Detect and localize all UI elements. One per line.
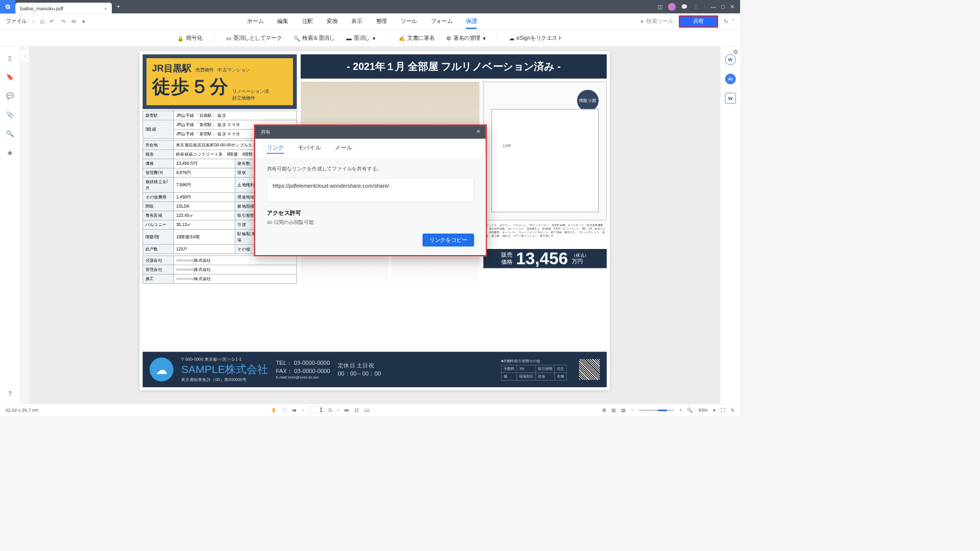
chevron-up-icon[interactable]: ˄ [732,18,734,24]
close-icon[interactable]: ✕ [476,129,480,136]
tab-view[interactable]: 表示 [351,18,362,25]
tab-title: baibai_maisoku.pdf [20,5,63,11]
share-dialog: 共有 ✕ リンク モバイル メール 共有可能なリンクを作成してファイルを共有する… [254,124,487,256]
tab-convert[interactable]: 変換 [327,18,337,25]
zoom-out-icon[interactable]: − [631,408,633,413]
view-mode-icon[interactable]: ▥ [611,408,616,413]
footer-card: ☁ 〒000-0000 東京都○○区○○1-1-1 SAMPLE株式会社 東京都… [142,352,606,387]
help-icon[interactable]: ? [8,391,12,398]
mail-icon[interactable]: ✉ [71,18,76,24]
station-banner: JR目黒駅 売買物件 中古マンション 徒歩５分 リノベーション済 好立地物件 [142,54,297,109]
print-icon[interactable]: ⎙ [40,18,43,24]
prev-page-icon[interactable]: ‹ [302,408,304,413]
search-redact-button[interactable]: 🔍検索＆墨消し [293,35,335,42]
history-icon[interactable]: ↻ [724,18,728,24]
word-export-icon[interactable]: W [725,54,736,65]
copy-link-button[interactable]: リンクをコピー [423,234,474,247]
zoom-value: 63% [698,408,707,413]
doc-title: - 2021年１月 全部屋 フルリノベーション済み - [301,54,607,79]
chevron-down-icon: ▾ [483,35,485,41]
tab-form[interactable]: フォーム [431,18,452,25]
attachment-icon[interactable]: 📎 [6,111,14,118]
ribbon: 🔒暗号化 ▭墨消しとしてマーク 🔍検索＆墨消し ▬墨消し▾ ✍文書に署名 ⚙署名… [0,30,740,46]
select-tool-icon[interactable]: ⬚ [282,408,286,413]
tab-protect[interactable]: 保護 [466,18,477,25]
tab-edit[interactable]: 編集 [277,18,288,25]
next-page-icon[interactable]: › [337,408,339,413]
esign-button[interactable]: ☁eSignをリクエスト [509,35,563,42]
page-dimensions: 42.02 x 29.7 cm [6,408,38,413]
kebab-menu-icon[interactable]: ⋮ [693,4,699,10]
tab-tools[interactable]: ツール [401,18,417,25]
first-page-icon[interactable]: ⏮ [292,408,297,413]
left-sidebar: ▯ 🔖 💬 📎 🔍 ◈ ? [0,46,20,404]
page-input[interactable] [309,407,323,413]
share-tab-mobile[interactable]: モバイル [298,144,321,154]
comment-panel-icon[interactable]: 💬 [6,92,14,99]
bookmark-icon[interactable]: 🔖 [6,73,14,80]
word-icon-2[interactable]: W [725,93,736,104]
sign-document-button[interactable]: ✍文書に署名 [399,35,434,42]
rotate-icon[interactable]: ↻ [731,408,735,413]
company-table: 分譲会社○○○○○○○株式会社 管理会社○○○○○○○株式会社 施工○○○○○○… [142,255,297,283]
share-tab-link[interactable]: リンク [267,144,284,154]
document-tab[interactable]: baibai_maisoku.pdf × [15,3,112,13]
window-minimize-icon[interactable]: — [710,4,716,10]
share-url-box[interactable]: https://pdfelementcloud.wondershare.com/… [267,178,474,202]
file-menu[interactable]: ファイル [6,18,27,25]
encrypt-button[interactable]: 🔒暗号化 [177,35,202,42]
share-button[interactable]: 共有 [679,15,718,28]
save-icon[interactable]: ▫ [32,18,34,24]
tab-close-icon[interactable]: × [104,5,107,11]
sign-icon: ✍ [399,35,405,41]
zoom-lens-icon[interactable]: 🔍 [687,408,693,413]
avatar-icon[interactable] [668,3,676,11]
continuous-icon[interactable]: ▤ [621,408,625,413]
mark-redact-button[interactable]: ▭墨消しとしてマーク [226,35,282,42]
read-mode-icon[interactable]: 📖 [364,408,370,413]
hand-tool-icon[interactable]: ✋ [271,408,277,413]
sparkle-icon: ✦ [640,18,644,24]
chat-icon[interactable]: 💬 [681,4,688,10]
screenshot-icon[interactable]: ◫ [657,4,663,10]
status-bar: 42.02 x 29.7 cm ✋ ⬚ ⏮ ‹ /1 › ⏭ ⊡ 📖 ⊞ ▥ ▤… [0,404,740,416]
zoom-in-icon[interactable]: + [679,408,682,413]
lock-icon: 🔒 [177,35,184,41]
chevron-down-icon[interactable]: ▾ [713,408,716,413]
fit-page-icon[interactable]: ⊞ [602,408,606,413]
titlebar: ⧉ baibai_maisoku.pdf × + ◫ 💬 ⋮ | — □ ✕ [0,0,740,13]
cloud-icon: ☁ [150,358,174,382]
redact-icon: ▬ [346,35,352,41]
window-maximize-icon[interactable]: □ [721,4,724,10]
window-controls: ◫ 💬 ⋮ | — □ ✕ [657,3,740,11]
collapse-sidebar-button[interactable]: ‹ [20,49,29,63]
search-tools[interactable]: ✦ 検索ツール [640,18,673,25]
share-tab-mail[interactable]: メール [335,144,352,154]
ai-icon[interactable]: AI [725,73,736,84]
fullscreen-icon[interactable]: ⛶ [721,408,725,413]
manage-sign-button[interactable]: ⚙署名の管理▾ [446,35,485,42]
price-box: 販売 価格 13,456 （税込） 万円 [483,249,607,268]
last-page-icon[interactable]: ⏭ [345,408,349,413]
settings-icon[interactable]: ⚙ [733,48,739,55]
tab-organize[interactable]: 整理 [376,18,387,25]
layers-icon[interactable]: ◈ [8,149,12,156]
right-sidebar: W AI W ⚙ [720,46,740,404]
fit-width-icon[interactable]: ⊡ [355,408,359,413]
tab-comment[interactable]: 注釈 [302,18,313,25]
undo-icon[interactable]: ↶ [50,18,54,24]
thumbnails-icon[interactable]: ▯ [8,54,12,61]
window-close-icon[interactable]: ✕ [730,4,734,10]
dialog-title: 共有 [261,129,271,136]
app-logo: ⧉ [0,0,15,13]
new-tab-button[interactable]: + [116,3,120,11]
main-tabs: ホーム 編集 注釈 変換 表示 整理 ツール フォーム 保護 [85,18,640,25]
redact-mark-icon: ▭ [226,35,231,41]
tab-home[interactable]: ホーム [247,18,263,25]
features-text: ズボックス、エアコン、クロゼット、TVインターホン、浴室乾燥機、オートロック、室… [483,223,607,246]
search-icon[interactable]: 🔍 [6,130,14,137]
zoom-slider[interactable] [639,409,674,411]
redact-button[interactable]: ▬墨消し▾ [346,35,375,42]
redo-icon[interactable]: ↷ [61,18,65,24]
fee-table: 手数料3%取引形態売主 鍵現地対応担当名無 [501,365,567,381]
